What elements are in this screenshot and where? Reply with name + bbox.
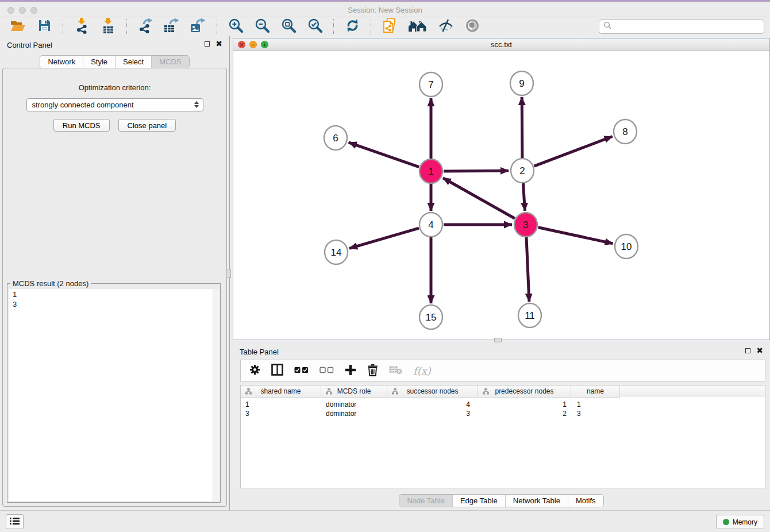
graph-node-label: 9 <box>519 78 524 89</box>
graph-node-4[interactable]: 4 <box>419 213 442 237</box>
table-row[interactable]: 1dominator411 <box>241 400 765 409</box>
table-row[interactable]: 3dominator323 <box>241 409 765 418</box>
status-bar: Memory <box>0 510 770 532</box>
table-cell[interactable]: 3 <box>241 409 321 418</box>
select-all-columns-button[interactable] <box>294 367 309 375</box>
graph-edge-2-9[interactable] <box>522 97 522 158</box>
delete-columns-button[interactable] <box>367 364 378 378</box>
export-table-icon <box>164 18 180 35</box>
graph-node-10[interactable]: 10 <box>615 234 638 259</box>
graph-edge-2-8[interactable] <box>534 137 613 167</box>
tab-network[interactable]: Network <box>40 56 83 68</box>
deselect-all-columns-button[interactable] <box>319 367 334 375</box>
graph-node-6[interactable]: 6 <box>324 126 347 150</box>
export-network-button[interactable] <box>136 18 155 35</box>
network-close-button[interactable]: ✕ <box>238 41 245 48</box>
home-button[interactable] <box>407 18 429 35</box>
table-cell[interactable]: dominator <box>321 409 387 418</box>
zoom-selected-button[interactable] <box>306 18 324 35</box>
table-cell[interactable]: 3 <box>387 409 478 418</box>
show-graphics-details-button[interactable] <box>463 18 482 35</box>
add-column-button[interactable] <box>345 364 356 377</box>
close-table-panel-icon[interactable]: ✖ <box>756 348 763 353</box>
table-cell[interactable]: 1 <box>241 400 321 409</box>
graph-node-label: 10 <box>621 241 632 252</box>
tab-select[interactable]: Select <box>115 56 151 68</box>
graph-edge-1-2[interactable] <box>444 171 509 171</box>
export-table-button[interactable] <box>163 18 181 35</box>
table-cell[interactable]: 3 <box>571 409 620 418</box>
table-tabs: Node TableEdge TableNetwork TableMotifs <box>233 494 770 507</box>
save-session-button[interactable] <box>35 18 53 35</box>
toolbar-separator <box>217 19 217 34</box>
delete-table-button[interactable] <box>389 365 402 376</box>
table-tab-motifs[interactable]: Motifs <box>568 495 603 507</box>
float-table-panel-icon[interactable] <box>745 348 750 353</box>
graph-node-8[interactable]: 8 <box>614 119 637 144</box>
table-cell[interactable]: 4 <box>387 400 478 409</box>
table-cell[interactable]: 1 <box>478 400 571 409</box>
graph-node-7[interactable]: 7 <box>419 72 442 97</box>
gear-icon <box>249 364 260 377</box>
column-label: successor nodes <box>406 387 458 395</box>
graph-edge-1-6[interactable] <box>349 142 419 167</box>
show-panels-list-button[interactable] <box>6 514 24 529</box>
graph-edge-4-14[interactable] <box>349 228 419 248</box>
open-session-button[interactable] <box>9 18 27 35</box>
network-minimize-button[interactable]: − <box>249 41 257 48</box>
import-network-button[interactable] <box>72 18 91 35</box>
function-builder-button[interactable]: f(x) <box>413 365 431 377</box>
import-table-button[interactable] <box>99 18 117 35</box>
column-header-shared-name[interactable]: shared name <box>241 385 321 398</box>
vertical-splitter-handle[interactable] <box>226 269 231 278</box>
mcds-result-textarea[interactable]: 1 3 <box>9 289 219 501</box>
clone-network-button[interactable] <box>380 18 399 35</box>
table-tab-edge-table[interactable]: Edge Table <box>452 495 505 507</box>
graph-node-1[interactable]: 1 <box>419 159 442 183</box>
column-header-name[interactable]: name <box>571 385 620 398</box>
table-cell[interactable]: dominator <box>321 400 387 409</box>
graph-edge-2-3[interactable] <box>523 183 525 211</box>
export-image-button[interactable] <box>189 18 207 35</box>
criterion-select[interactable]: strongly connected component <box>26 98 203 111</box>
graph-node-2[interactable]: 2 <box>511 159 534 183</box>
tab-mcds[interactable]: MCDS <box>151 56 188 68</box>
graph-edge-3-11[interactable] <box>526 237 529 302</box>
run-mcds-button[interactable]: Run MCDS <box>53 119 110 132</box>
main-toolbar <box>0 17 770 36</box>
table-tab-network-table[interactable]: Network Table <box>505 495 568 507</box>
graph-node-9[interactable]: 9 <box>510 71 533 95</box>
graph-node-11[interactable]: 11 <box>518 303 541 327</box>
close-panel-button[interactable]: Close panel <box>118 119 176 132</box>
network-zoom-button[interactable]: + <box>261 41 268 48</box>
graph-edge-3-1[interactable] <box>443 178 515 218</box>
table-cell[interactable]: 2 <box>478 409 571 418</box>
graph-node-3[interactable]: 3 <box>514 213 537 237</box>
graph-node-14[interactable]: 14 <box>325 240 348 264</box>
close-panel-icon[interactable]: ✖ <box>215 41 222 47</box>
table-body: 1dominator4113dominator323 <box>241 400 765 418</box>
table-cell[interactable]: 1 <box>571 400 620 409</box>
memory-button[interactable]: Memory <box>716 515 764 529</box>
column-header-predecessor-nodes[interactable]: predecessor nodes <box>478 385 571 398</box>
network-canvas[interactable]: 7968124314101511 <box>233 52 769 340</box>
graph-node-15[interactable]: 15 <box>419 305 442 329</box>
toggle-panel-columns-button[interactable] <box>271 364 283 377</box>
zoom-in-button[interactable] <box>226 18 245 35</box>
graph-edge-3-10[interactable] <box>538 228 613 244</box>
tab-style[interactable]: Style <box>83 56 115 68</box>
column-header-successor-nodes[interactable]: successor nodes <box>387 385 478 398</box>
search-input[interactable] <box>612 21 764 33</box>
float-panel-icon[interactable] <box>205 41 210 47</box>
hide-graphics-details-button[interactable] <box>437 18 455 35</box>
zoom-fit-button[interactable] <box>279 18 298 35</box>
delete-table-icon <box>389 365 402 376</box>
control-panel-tabs: NetworkStyleSelectMCDS <box>0 55 229 68</box>
zoom-out-button[interactable] <box>253 18 271 35</box>
table-settings-button[interactable] <box>249 364 260 377</box>
horizontal-splitter-handle[interactable] <box>494 338 502 342</box>
refresh-view-button[interactable] <box>343 18 361 35</box>
table-tab-node-table[interactable]: Node Table <box>399 495 452 507</box>
column-header-MCDS-role[interactable]: MCDS role <box>321 385 387 398</box>
result-scrollbar[interactable] <box>213 289 219 501</box>
